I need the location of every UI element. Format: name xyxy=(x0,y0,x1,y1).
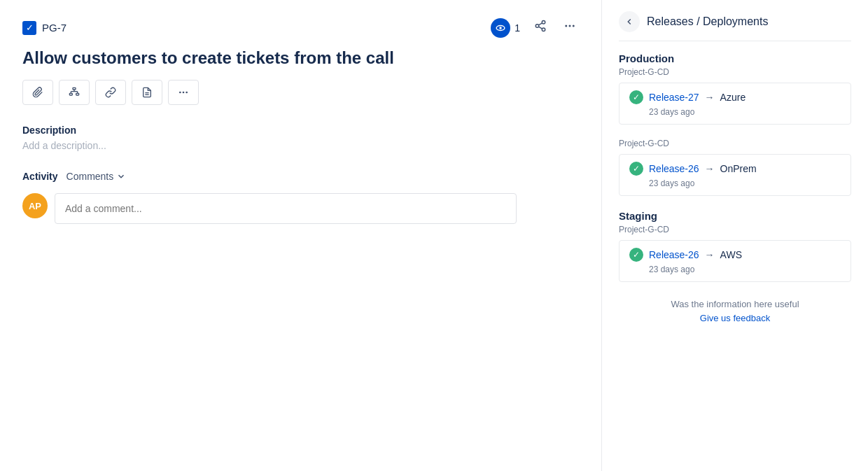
release-link-26-onprem[interactable]: Release-26 xyxy=(649,163,699,174)
svg-point-3 xyxy=(536,24,539,28)
link-button[interactable] xyxy=(95,80,126,105)
svg-point-21 xyxy=(186,92,188,94)
svg-point-20 xyxy=(183,92,185,94)
env-name-production: Production xyxy=(619,52,851,64)
activity-label: Activity xyxy=(22,171,58,182)
environment-staging: Staging Project-G-CD ✓ Release-26 → AWS … xyxy=(619,210,851,282)
side-panel-title: Releases / Deployments xyxy=(647,15,768,28)
svg-rect-11 xyxy=(69,94,72,96)
release-target-26-onprem: OnPrem xyxy=(720,163,757,174)
document-button[interactable] xyxy=(132,80,162,105)
project-name-production-1: Project-G-CD xyxy=(619,67,851,77)
ticket-checkbox: ✓ xyxy=(22,21,36,35)
environment-production: Production Project-G-CD ✓ Release-27 → A… xyxy=(619,52,851,125)
comments-dropdown[interactable]: Comments xyxy=(66,171,127,182)
attachment-button[interactable] xyxy=(22,80,53,105)
avatar: AP xyxy=(22,193,48,218)
release-target-27: Azure xyxy=(720,92,746,103)
project-name-staging: Project-G-CD xyxy=(619,225,851,234)
ticket-title: Allow customers to create tickets from t… xyxy=(22,47,547,69)
svg-line-5 xyxy=(538,27,542,29)
check-icon-26-aws: ✓ xyxy=(629,248,643,262)
share-button[interactable] xyxy=(531,17,550,38)
svg-point-1 xyxy=(499,27,502,29)
description-label: Description xyxy=(22,125,579,136)
release-card-27-azure: ✓ Release-27 → Azure 23 days ago xyxy=(619,83,851,125)
watch-icon xyxy=(491,18,510,38)
check-icon-26-onprem: ✓ xyxy=(629,162,643,176)
environment-production-onprem: Project-G-CD ✓ Release-26 → OnPrem 23 da… xyxy=(619,139,851,196)
feedback-question: Was the information here useful xyxy=(619,299,851,309)
project-name-production-2: Project-G-CD xyxy=(619,139,851,148)
svg-rect-10 xyxy=(73,88,76,90)
release-card-26-onprem: ✓ Release-26 → OnPrem 23 days ago xyxy=(619,154,851,196)
arrow-26-onprem: → xyxy=(705,163,715,174)
svg-line-6 xyxy=(538,23,542,25)
arrow-27: → xyxy=(705,92,715,103)
svg-point-9 xyxy=(573,25,575,27)
back-button[interactable] xyxy=(619,11,640,32)
svg-rect-12 xyxy=(76,94,79,96)
release-link-26-aws[interactable]: Release-26 xyxy=(649,249,699,260)
release-card-26-aws: ✓ Release-26 → AWS 23 days ago xyxy=(619,240,851,282)
release-time-26-onprem: 23 days ago xyxy=(649,178,841,188)
env-name-staging: Staging xyxy=(619,210,851,222)
svg-point-4 xyxy=(542,28,545,31)
svg-point-19 xyxy=(179,92,181,94)
release-link-27[interactable]: Release-27 xyxy=(649,92,699,103)
more-options-button[interactable] xyxy=(561,17,579,38)
side-panel-header: Releases / Deployments xyxy=(619,11,851,41)
release-time-27: 23 days ago xyxy=(649,107,841,117)
feedback-link[interactable]: Give us feedback xyxy=(700,313,770,323)
release-target-26-aws: AWS xyxy=(720,249,742,260)
feedback-section: Was the information here useful Give us … xyxy=(619,299,851,323)
svg-point-7 xyxy=(565,25,567,27)
description-placeholder[interactable]: Add a description... xyxy=(22,140,579,151)
svg-point-2 xyxy=(542,21,545,24)
release-time-26-aws: 23 days ago xyxy=(649,265,841,274)
comment-input[interactable] xyxy=(55,193,517,224)
watch-button[interactable]: 1 xyxy=(491,18,520,38)
comments-label: Comments xyxy=(66,171,114,182)
check-icon-27-azure: ✓ xyxy=(629,90,643,104)
action-toolbar xyxy=(22,80,579,105)
arrow-26-aws: → xyxy=(705,249,715,260)
watch-count: 1 xyxy=(514,22,520,34)
more-toolbar-button[interactable] xyxy=(168,80,199,105)
svg-point-8 xyxy=(569,25,571,27)
ticket-id: PG-7 xyxy=(42,22,66,34)
hierarchy-button[interactable] xyxy=(59,80,90,105)
